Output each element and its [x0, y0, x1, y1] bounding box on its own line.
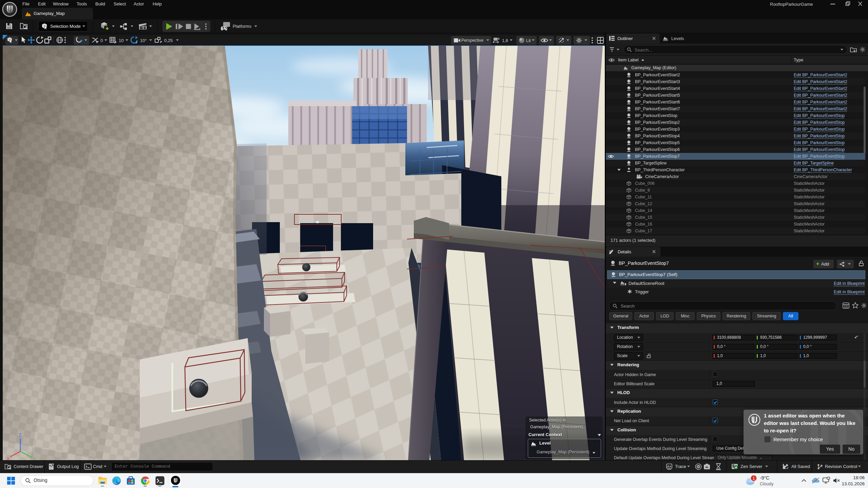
svg-text:Y: Y — [33, 456, 36, 460]
svg-text:1: 1 — [753, 476, 755, 481]
svg-text:X: X — [7, 456, 9, 460]
svg-text:Z: Z — [19, 433, 21, 437]
